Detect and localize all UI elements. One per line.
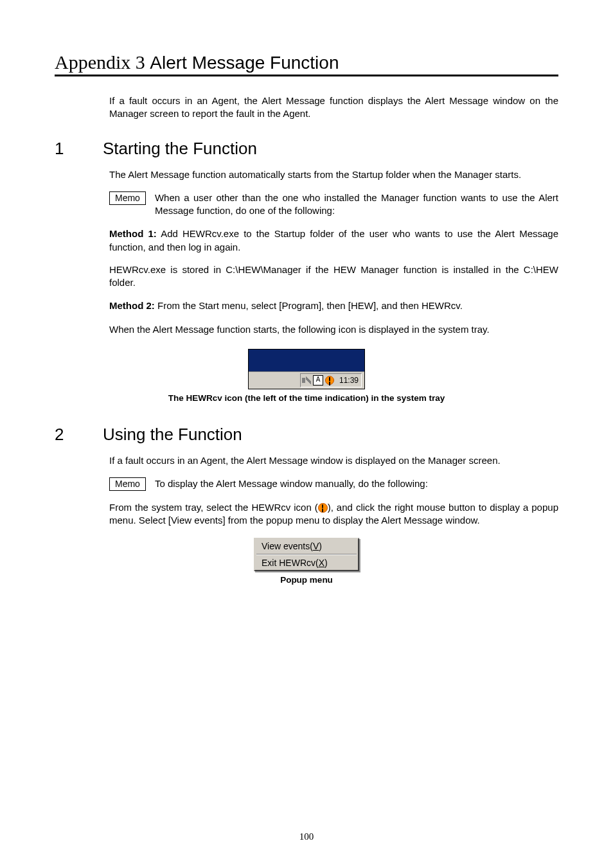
mi2-pre: Exit HEWRcv(: [262, 558, 319, 568]
memo-label: Memo: [109, 191, 146, 205]
appendix-prefix: Appendix 3: [55, 51, 150, 73]
s2-p2: From the system tray, select the HEWRcv …: [109, 501, 558, 527]
s1-p2: When the Alert Message function starts, …: [109, 323, 558, 336]
memo-text: When a user other than the one who insta…: [155, 191, 558, 218]
popup-caption: Popup menu: [55, 575, 558, 585]
menu-separator: [256, 554, 357, 555]
s2-memo: Memo To display the Alert Message window…: [109, 477, 558, 491]
section-heading: Using the Function: [103, 425, 242, 445]
method2-text: From the Start menu, select [Program], t…: [155, 300, 463, 311]
systray-window: A 11:39: [248, 349, 365, 389]
systray-caption: The HEWRcv icon (the left of the time in…: [55, 393, 558, 403]
s1-method2: Method 2: From the Start menu, select [P…: [109, 299, 558, 312]
mi1-accel: V: [313, 541, 319, 551]
intro-paragraph: If a fault occurs in an Agent, the Alert…: [109, 94, 558, 121]
systray-figure: A 11:39: [55, 349, 558, 389]
section-2-header: 2 Using the Function: [55, 425, 558, 445]
popup-figure: View events(V) Exit HEWRcv(X): [55, 538, 558, 571]
popup-shadow: View events(V) Exit HEWRcv(X): [254, 538, 359, 571]
mi2-accel: X: [319, 558, 324, 568]
s1-memo: Memo When a user other than the one who …: [109, 191, 558, 218]
s1-p1: The Alert Message function automatically…: [109, 168, 558, 181]
hewrcv-icon[interactable]: [325, 376, 334, 385]
taskbar: A 11:39: [249, 371, 364, 389]
section-number: 2: [55, 425, 103, 445]
s1-method1-b: HEWRcv.exe is stored in C:\HEW\Manager i…: [109, 263, 558, 290]
systray-desktop-strip: [249, 350, 364, 371]
popup-menu: View events(V) Exit HEWRcv(X): [254, 538, 359, 571]
section-1-header: 1 Starting the Function: [55, 139, 558, 159]
mi1-post: ): [319, 541, 322, 551]
section-number: 1: [55, 139, 103, 159]
s2-p1: If a fault occurs in an Agent, the Alert…: [109, 454, 558, 467]
memo-text: To display the Alert Message window manu…: [155, 477, 558, 490]
s1-method1: Method 1: Add HEWRcv.exe to the Startup …: [109, 227, 558, 254]
page-number: 100: [0, 831, 613, 842]
hewrcv-icon: [318, 503, 328, 513]
memo-label: Memo: [109, 477, 146, 491]
menu-item-view-events[interactable]: View events(V): [255, 539, 358, 553]
ime-icon[interactable]: A: [313, 375, 323, 385]
volume-icon[interactable]: [302, 376, 311, 385]
mi2-post: ): [324, 558, 328, 568]
clock: 11:39: [339, 376, 359, 385]
method1-label: Method 1:: [109, 228, 157, 239]
page: Appendix 3 Alert Message Function If a f…: [0, 0, 613, 868]
system-tray: A 11:39: [300, 373, 362, 387]
method2-label: Method 2:: [109, 300, 155, 311]
appendix-title-text: Alert Message Function: [150, 53, 339, 73]
section-heading: Starting the Function: [103, 139, 257, 159]
s2-p2a: From the system tray, select the HEWRcv …: [109, 502, 318, 513]
method1-text-a: Add HEWRcv.exe to the Startup folder of …: [109, 228, 558, 252]
appendix-heading: Appendix 3 Alert Message Function: [55, 51, 558, 76]
menu-item-exit-hewrcv[interactable]: Exit HEWRcv(X): [255, 556, 358, 570]
mi1-pre: View events(: [262, 541, 313, 551]
